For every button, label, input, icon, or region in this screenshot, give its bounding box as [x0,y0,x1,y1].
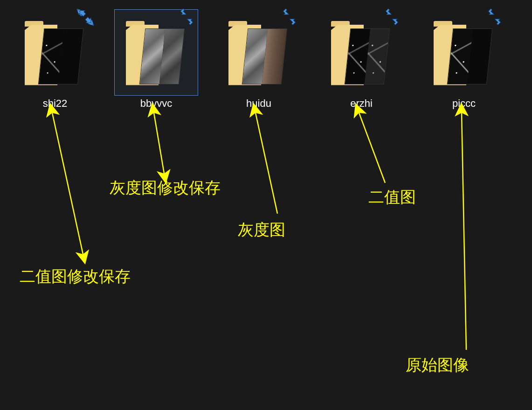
annotation-piccc: 原始图像 [406,354,469,376]
compress-arrows-icon [76,8,95,27]
compress-arrows-icon [280,8,298,27]
svg-marker-7 [186,16,194,25]
svg-marker-6 [179,9,187,17]
compress-arrows-icon [382,8,401,27]
folder-icon [126,20,187,85]
svg-line-17 [359,113,385,183]
svg-line-14 [52,113,83,254]
compress-arrows-icon [177,8,196,27]
folder-icon [434,20,494,85]
annotation-shi22: 二值图修改保存 [20,266,131,287]
folder-huidu[interactable]: huidu [217,9,301,110]
folder-label: piccc [452,97,476,110]
svg-marker-13 [493,16,502,25]
folder-shi22[interactable]: shi22 [13,9,97,110]
folder-frame [319,9,403,96]
folder-icon [25,20,85,85]
annotation-huidu: 灰度图 [238,219,285,241]
svg-line-18 [462,113,466,350]
folder-label: bbvvvc [140,97,172,110]
annotation-bbvvvc: 灰度图修改保存 [110,177,221,199]
folder-frame [422,9,506,96]
svg-line-16 [256,113,277,214]
svg-line-15 [154,113,164,174]
folder-frame [217,9,301,96]
folder-label: erzhi [350,97,373,110]
folder-frame [13,9,97,96]
svg-marker-4 [77,8,87,18]
folder-icon [331,20,392,85]
folder-erzhi[interactable]: erzhi [319,9,403,110]
folder-label: shi22 [43,97,68,110]
svg-marker-12 [487,9,495,17]
folder-label: huidu [246,97,271,110]
folder-icon [228,20,289,85]
compress-arrows-icon [485,8,504,27]
svg-marker-8 [282,9,290,17]
svg-marker-9 [288,16,297,25]
annotation-erzhi: 二值图 [368,187,416,208]
svg-marker-5 [84,16,94,26]
svg-marker-10 [384,9,393,17]
folder-piccc[interactable]: piccc [422,9,506,110]
folder-frame [114,9,198,96]
svg-marker-11 [391,16,399,25]
folder-bbvvvc[interactable]: bbvvvc [114,9,198,110]
